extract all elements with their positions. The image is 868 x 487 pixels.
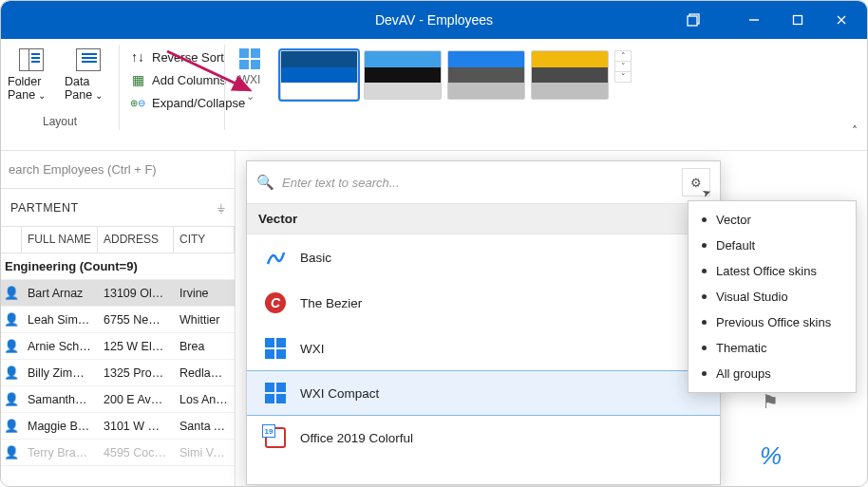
table-row[interactable]: 👤Billy Zimmer1325 Prospe...Redlands	[1, 360, 235, 386]
cursor-icon: ➤	[701, 186, 713, 200]
folder-pane-button[interactable]: Folder Pane	[6, 45, 57, 105]
group-label: Layout	[43, 115, 77, 128]
columns-icon: ▦	[129, 71, 146, 88]
search-employees-input[interactable]: earch Employees (Ctrl + F)	[1, 151, 235, 189]
bullet-icon	[702, 346, 707, 350]
table-row[interactable]: 👤Terry Bradley4595 CochraSimi Valley	[1, 440, 235, 466]
skin-icon	[264, 382, 287, 404]
skin-icon: 19	[264, 426, 287, 449]
menu-item[interactable]: Vector	[689, 207, 856, 233]
person-icon: 👤	[1, 392, 22, 406]
svg-line-6	[167, 51, 250, 90]
person-icon: 👤	[1, 419, 22, 433]
col-full-name[interactable]: FULL NAME	[22, 227, 98, 253]
skin-icon	[264, 246, 287, 269]
palette-swatch[interactable]	[364, 50, 442, 100]
flag-icon: ⚑	[762, 390, 779, 413]
maximize-button[interactable]	[776, 1, 820, 39]
table-row[interactable]: 👤Bart Arnaz13109 Old M...Irvine	[1, 280, 235, 307]
bullet-icon	[702, 269, 707, 273]
menu-item[interactable]: Thematic	[689, 335, 856, 361]
data-pane-button[interactable]: Data Pane	[63, 45, 114, 105]
skin-item[interactable]: Basic	[247, 234, 720, 280]
skin-search-input[interactable]: 🔍 Enter text to search...	[256, 174, 674, 191]
grid-header: FULL NAME ADDRESS CITY	[1, 227, 235, 253]
skin-icon	[264, 337, 287, 360]
skin-category-header: Vector	[247, 203, 720, 234]
title-bar: DevAV - Employees	[1, 1, 867, 39]
table-row[interactable]: 👤Maggie Box...3101 W Harv...Santa Ana	[1, 413, 235, 440]
palette-gallery: ˄ ˅ ˅	[276, 45, 635, 150]
gallery-more-button[interactable]: ˅	[615, 72, 631, 82]
skin-item[interactable]: WXI	[247, 326, 720, 371]
person-icon: 👤	[1, 286, 22, 300]
menu-item[interactable]: Latest Office skins	[689, 258, 856, 284]
person-icon: 👤	[1, 312, 22, 327]
pane-icon	[76, 48, 101, 71]
annotation-arrow	[162, 47, 267, 103]
pane-icon	[19, 48, 44, 71]
ribbon: Folder Pane Data Pane Layout ↑↓Reverse S…	[1, 39, 867, 151]
table-row[interactable]: 👤Arnie Schw...125 W Elm StBrea	[1, 333, 235, 360]
person-icon: 👤	[1, 365, 22, 380]
menu-item[interactable]: Previous Office skins	[689, 309, 856, 335]
palette-swatch[interactable]	[531, 50, 609, 100]
group-row[interactable]: Engineering (Count=9)	[1, 253, 235, 280]
gear-icon: ⚙	[690, 176, 702, 190]
person-icon: 👤	[1, 445, 22, 459]
skin-icon: C	[264, 291, 287, 314]
bullet-icon	[702, 217, 707, 222]
table-row[interactable]: 👤Samantha P...200 E Ave 43Los Angel...	[1, 386, 235, 413]
table-row[interactable]: 👤Leah Simps...6755 Newlin...Whittier	[1, 307, 235, 333]
department-header[interactable]: PARTMENT⏚	[1, 189, 235, 227]
percent-icon: %	[760, 441, 782, 471]
bullet-icon	[702, 320, 707, 325]
bullet-icon	[702, 371, 707, 376]
left-panel: earch Employees (Ctrl + F) PARTMENT⏚ FUL…	[1, 151, 236, 486]
gallery-down-button[interactable]: ˅	[615, 62, 631, 72]
skin-item[interactable]: CThe Bezier	[247, 280, 720, 326]
window-title: DevAV - Employees	[375, 12, 493, 28]
restore-window-icon[interactable]	[671, 1, 715, 39]
gallery-up-button[interactable]: ˄	[615, 51, 631, 62]
side-badges: ⚑ %	[760, 390, 782, 471]
person-icon: 👤	[1, 339, 22, 353]
bullet-icon	[702, 243, 707, 248]
pin-icon[interactable]: ⏚	[217, 200, 226, 215]
svg-rect-1	[688, 16, 697, 26]
skin-settings-button[interactable]: ⚙ ➤	[682, 168, 710, 197]
expand-icon: ⊕⊖	[129, 94, 146, 111]
menu-item[interactable]: Default	[689, 233, 856, 258]
skin-picker-popup: 🔍 Enter text to search... ⚙ ➤ Vector Bas…	[246, 160, 721, 485]
col-address[interactable]: ADDRESS	[98, 227, 174, 253]
sort-icon: ↑↓	[129, 48, 146, 66]
menu-item[interactable]: All groups	[689, 361, 856, 386]
bullet-icon	[702, 294, 707, 299]
skin-item[interactable]: WXI Compact	[246, 370, 721, 416]
palette-swatch[interactable]	[280, 50, 358, 100]
menu-item[interactable]: Visual Studio	[689, 284, 856, 309]
col-city[interactable]: CITY	[174, 227, 235, 253]
collapse-ribbon-button[interactable]: ˄	[852, 124, 858, 138]
palette-swatch[interactable]	[447, 50, 525, 100]
skin-groups-menu: VectorDefaultLatest Office skinsVisual S…	[688, 200, 857, 393]
minimize-button[interactable]	[732, 1, 776, 39]
skin-item[interactable]: 19Office 2019 Colorful	[247, 415, 720, 460]
search-icon: 🔍	[256, 174, 274, 191]
svg-rect-3	[794, 16, 802, 25]
close-button[interactable]	[820, 1, 863, 39]
